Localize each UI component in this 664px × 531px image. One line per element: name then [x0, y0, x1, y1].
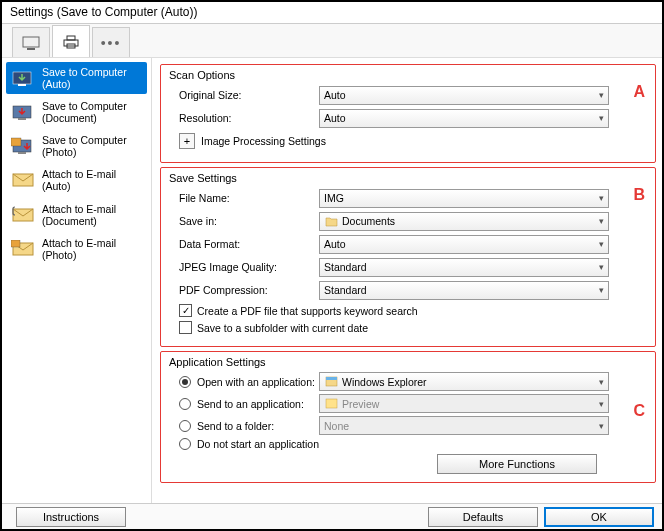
send-to-app-select[interactable]: Preview ▾ [319, 394, 609, 413]
data-format-select[interactable]: Auto ▾ [319, 235, 609, 254]
svg-rect-1 [27, 48, 35, 50]
chevron-down-icon: ▾ [599, 262, 604, 272]
jpeg-quality-label: JPEG Image Quality: [169, 261, 319, 273]
computer-download-icon [10, 101, 36, 123]
scan-options-legend: Scan Options [169, 69, 647, 81]
sidebar-item-save-photo[interactable]: Save to Computer (Photo) [6, 130, 147, 162]
data-format-label: Data Format: [169, 238, 319, 250]
svg-rect-15 [11, 240, 20, 247]
svg-rect-11 [11, 138, 21, 146]
more-functions-button[interactable]: More Functions [437, 454, 597, 474]
pdf-compression-select[interactable]: Standard ▾ [319, 281, 609, 300]
sidebar-item-label: Save to Computer (Document) [42, 100, 127, 124]
save-subfolder-date-checkbox[interactable] [179, 321, 192, 334]
open-with-app-select[interactable]: Windows Explorer ▾ [319, 372, 609, 391]
pdf-compression-value: Standard [324, 284, 367, 296]
create-pdf-keyword-checkbox[interactable]: ✓ [179, 304, 192, 317]
sidebar-item-label: Save to Computer (Photo) [42, 134, 127, 158]
ellipsis-icon: ••• [101, 35, 122, 51]
original-size-select[interactable]: Auto ▾ [319, 86, 609, 105]
do-not-start-radio[interactable] [179, 438, 191, 450]
save-in-label: Save in: [169, 215, 319, 227]
chevron-down-icon: ▾ [599, 216, 604, 226]
chevron-down-icon: ▾ [599, 421, 604, 431]
open-with-app-label: Open with an application: [197, 376, 315, 388]
envelope-photo-icon [10, 238, 36, 260]
sidebar-item-save-document[interactable]: Save to Computer (Document) [6, 96, 147, 128]
scan-options-group: A Scan Options Original Size: Auto ▾ Res… [160, 64, 656, 163]
create-pdf-keyword-label: Create a PDF file that supports keyword … [197, 305, 418, 317]
send-to-app-value: Preview [342, 398, 379, 410]
save-settings-legend: Save Settings [169, 172, 647, 184]
chevron-down-icon: ▾ [599, 90, 604, 100]
envelope-attach-icon [10, 204, 36, 226]
application-settings-group: C Application Settings Open with an appl… [160, 351, 656, 483]
expand-image-processing-button[interactable]: + [179, 133, 195, 149]
defaults-button[interactable]: Defaults [428, 507, 538, 527]
chevron-down-icon: ▾ [599, 239, 604, 249]
svg-rect-2 [64, 40, 78, 46]
sidebar-item-email-document[interactable]: Attach to E-mail (Document) [6, 199, 147, 231]
send-to-folder-label: Send to a folder: [197, 420, 274, 432]
chevron-down-icon: ▾ [599, 193, 604, 203]
explorer-icon [324, 375, 338, 389]
send-to-app-label: Send to an application: [197, 398, 304, 410]
jpeg-quality-value: Standard [324, 261, 367, 273]
save-settings-group: B Save Settings File Name: IMG ▾ Save in… [160, 167, 656, 347]
section-letter-a: A [633, 83, 645, 101]
sidebar-item-save-auto[interactable]: Save to Computer (Auto) [6, 62, 147, 94]
tab-more[interactable]: ••• [92, 27, 130, 57]
svg-rect-8 [18, 118, 26, 120]
main-panel: A Scan Options Original Size: Auto ▾ Res… [152, 58, 662, 507]
file-name-label: File Name: [169, 192, 319, 204]
monitor-icon [22, 36, 40, 50]
printer-icon [62, 35, 80, 49]
tab-strip: ••• [2, 24, 662, 58]
envelope-icon [10, 169, 36, 191]
sidebar-item-label: Save to Computer (Auto) [42, 66, 127, 90]
open-with-app-value: Windows Explorer [342, 376, 427, 388]
original-size-label: Original Size: [169, 89, 319, 101]
window-title: Settings (Save to Computer (Auto)) [2, 2, 662, 24]
send-to-folder-radio[interactable] [179, 420, 191, 432]
computer-photo-download-icon [10, 135, 36, 157]
save-in-select[interactable]: Documents ▾ [319, 212, 609, 231]
section-letter-c: C [633, 402, 645, 420]
original-size-value: Auto [324, 89, 346, 101]
do-not-start-label: Do not start an application [197, 438, 319, 450]
instructions-button[interactable]: Instructions [16, 507, 126, 527]
svg-rect-3 [67, 36, 75, 40]
chevron-down-icon: ▾ [599, 113, 604, 123]
svg-rect-18 [326, 399, 337, 408]
chevron-down-icon: ▾ [599, 377, 604, 387]
send-to-app-radio[interactable] [179, 398, 191, 410]
computer-download-icon [10, 67, 36, 89]
sidebar-item-label: Attach to E-mail (Auto) [42, 168, 116, 192]
save-in-value: Documents [342, 215, 395, 227]
svg-rect-6 [18, 84, 26, 86]
sidebar-item-label: Attach to E-mail (Document) [42, 203, 116, 227]
open-with-app-radio[interactable] [179, 376, 191, 388]
svg-rect-0 [23, 37, 39, 47]
data-format-value: Auto [324, 238, 346, 250]
preview-icon [324, 397, 338, 411]
tab-computer[interactable] [12, 27, 50, 57]
file-name-value: IMG [324, 192, 344, 204]
resolution-select[interactable]: Auto ▾ [319, 109, 609, 128]
section-letter-b: B [633, 186, 645, 204]
sidebar: Save to Computer (Auto) Save to Computer… [2, 58, 152, 507]
send-to-folder-select[interactable]: None ▾ [319, 416, 609, 435]
sidebar-item-email-auto[interactable]: Attach to E-mail (Auto) [6, 164, 147, 196]
send-to-folder-value: None [324, 420, 349, 432]
chevron-down-icon: ▾ [599, 399, 604, 409]
sidebar-item-email-photo[interactable]: Attach to E-mail (Photo) [6, 233, 147, 265]
chevron-down-icon: ▾ [599, 285, 604, 295]
tab-printer[interactable] [52, 25, 90, 57]
ok-button[interactable]: OK [544, 507, 654, 527]
file-name-input[interactable]: IMG ▾ [319, 189, 609, 208]
save-subfolder-date-label: Save to a subfolder with current date [197, 322, 368, 334]
jpeg-quality-select[interactable]: Standard ▾ [319, 258, 609, 277]
pdf-compression-label: PDF Compression: [169, 284, 319, 296]
folder-icon [324, 214, 338, 228]
svg-rect-17 [326, 377, 337, 380]
